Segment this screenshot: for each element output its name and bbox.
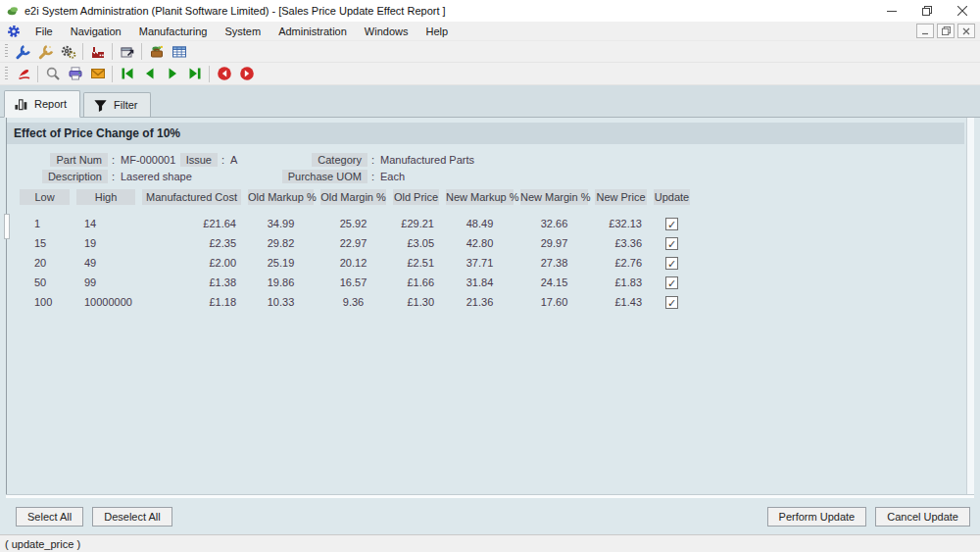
menu-items: FileNavigationManufacturingSystemAdminis… [26, 25, 457, 37]
wrench-blue-icon[interactable] [12, 42, 34, 62]
title-bar: e2i System Administration (Planit Softwa… [0, 0, 980, 22]
cell-low: 15 [20, 237, 70, 249]
cell-update: ✓ [654, 217, 690, 230]
cell-low: 1 [20, 218, 70, 229]
nav-prev-icon[interactable] [138, 64, 161, 83]
purchase-uom-label: Purchase UOM [282, 170, 368, 183]
select-all-button[interactable]: Select All [16, 507, 83, 527]
cell-new-markup: 21.36 [446, 296, 514, 308]
toolbar-grip[interactable] [5, 67, 8, 81]
description-label: Description [42, 170, 108, 183]
cell-old-margin: 16.57 [320, 276, 386, 288]
properties-icon[interactable] [116, 42, 138, 62]
pdf-icon[interactable] [12, 64, 34, 83]
toolbar-grip[interactable] [5, 44, 8, 59]
report-page: Effect of Price Change of 10% Part Num: … [0, 118, 980, 534]
cell-new-markup: 42.80 [446, 237, 514, 249]
cell-high: 14 [76, 218, 135, 229]
mdi-restore-icon[interactable] [937, 24, 955, 38]
perform-update-button[interactable]: Perform Update [767, 507, 867, 527]
report-heading: Effect of Price Change of 10% [14, 126, 180, 140]
cell-new-price: £3.36 [595, 237, 647, 249]
menu-item-file[interactable]: File [26, 25, 62, 37]
cell-manufactured-cost: £1.18 [142, 296, 241, 308]
mdi-minimize-icon[interactable] [916, 24, 934, 38]
toolbar-separator [37, 66, 38, 82]
purchase-uom-value: Each [374, 171, 974, 182]
cell-new-markup: 37.71 [446, 257, 514, 269]
cell-new-price: £1.83 [595, 276, 647, 288]
tab-filter[interactable]: Filter [83, 92, 151, 117]
cell-update: ✓ [654, 236, 690, 250]
app-icon [6, 4, 20, 18]
wrench-tan-icon[interactable] [34, 42, 57, 62]
column-header-old-price: Old Price [393, 189, 439, 205]
update-checkbox[interactable]: ✓ [665, 237, 678, 250]
cell-new-margin: 27.38 [520, 257, 588, 269]
nav-next-icon[interactable] [161, 64, 183, 83]
funnel-icon [93, 98, 108, 113]
table-row: 2049£2.0025.1920.12£2.5137.7127.38£2.76✓ [7, 253, 974, 273]
toolbar-separator [112, 43, 113, 60]
toolbar-separator [112, 66, 113, 82]
print-icon[interactable] [64, 64, 86, 83]
column-header-low: Low [20, 189, 70, 205]
gears-icon[interactable] [57, 42, 79, 62]
splitter-handle[interactable] [4, 214, 10, 239]
part-num-value: MF-000001 [115, 154, 183, 166]
update-checkbox[interactable]: ✓ [665, 257, 678, 270]
back-icon[interactable] [213, 64, 235, 83]
restore-icon[interactable] [909, 0, 945, 22]
cell-low: 20 [20, 257, 70, 269]
update-checkbox[interactable]: ✓ [665, 218, 678, 230]
cell-manufactured-cost: £2.35 [142, 237, 241, 249]
cell-old-price: £2.51 [393, 257, 439, 269]
deselect-all-button[interactable]: Deselect All [92, 507, 172, 527]
menu-item-administration[interactable]: Administration [270, 25, 356, 37]
tab-report[interactable]: Report [4, 90, 80, 118]
cell-high: 49 [76, 257, 135, 269]
cell-update: ✓ [654, 276, 690, 289]
cell-low: 100 [20, 296, 70, 308]
part-num-label: Part Num [50, 153, 107, 167]
report-table-header: LowHighManufactured CostOld Markup %Old … [7, 189, 974, 205]
cell-old-markup: 25.19 [248, 257, 314, 269]
gear-icon[interactable] [7, 25, 21, 38]
toolbar-separator [141, 43, 142, 60]
forward-icon[interactable] [235, 64, 258, 83]
cell-new-price: £1.43 [595, 296, 647, 308]
cell-old-margin: 20.12 [320, 257, 386, 269]
preview-icon[interactable] [41, 64, 64, 83]
nav-first-icon[interactable] [116, 64, 138, 83]
close-icon[interactable] [945, 0, 980, 22]
cell-old-markup: 19.86 [248, 276, 314, 288]
cell-high: 99 [76, 276, 135, 288]
menu-item-manufacturing[interactable]: Manufacturing [130, 25, 217, 37]
minimize-icon[interactable] [874, 0, 909, 22]
button-bar: Select All Deselect All Perform Update C… [6, 498, 974, 534]
toolbox-icon[interactable] [145, 42, 168, 62]
cell-old-price: £1.30 [393, 296, 439, 308]
mdi-close-icon[interactable] [957, 24, 975, 38]
table-row: 114£21.6434.9925.92£29.2148.4932.66£32.1… [7, 214, 974, 233]
cell-update: ✓ [654, 295, 690, 309]
email-icon[interactable] [86, 64, 109, 83]
menu-item-windows[interactable]: Windows [356, 25, 417, 37]
table-row: 1519£2.3529.8222.97£3.0542.8029.97£3.36✓ [7, 233, 974, 253]
menu-item-system[interactable]: System [216, 25, 270, 37]
column-header-old-margin: Old Margin % [320, 189, 386, 205]
scrollbar-track[interactable] [966, 118, 974, 494]
update-checkbox[interactable]: ✓ [665, 296, 678, 309]
cancel-update-button[interactable]: Cancel Update [875, 507, 970, 527]
nav-last-icon[interactable] [183, 64, 206, 83]
grid-icon[interactable] [168, 42, 190, 62]
menu-item-help[interactable]: Help [416, 25, 457, 37]
table-row: 10010000000£1.1810.339.36£1.3021.3617.60… [7, 292, 974, 312]
tab-label: Report [34, 98, 67, 110]
update-checkbox[interactable]: ✓ [665, 276, 678, 289]
menu-item-navigation[interactable]: Navigation [62, 25, 130, 37]
tab-strip: ReportFilter [0, 85, 980, 118]
cell-old-margin: 25.92 [320, 218, 386, 229]
column-header-new-markup: New Markup % [446, 189, 514, 205]
factory-icon[interactable] [86, 42, 109, 62]
